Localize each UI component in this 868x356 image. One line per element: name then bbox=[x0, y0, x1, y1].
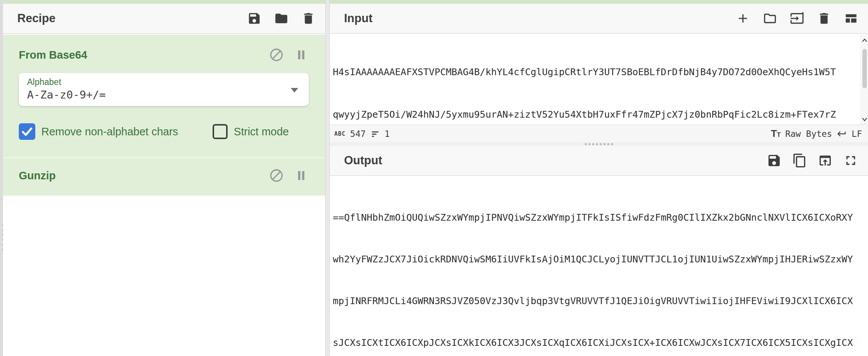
input-output-splitter[interactable] bbox=[330, 142, 868, 146]
strict-mode-checkbox[interactable] bbox=[213, 124, 228, 139]
scroll-up-icon[interactable] bbox=[861, 37, 868, 44]
line-count: 1 bbox=[385, 129, 390, 139]
output-title: Output bbox=[344, 154, 767, 167]
scrollbar-thumb[interactable] bbox=[862, 49, 867, 88]
text-encoding-icon[interactable]: TT bbox=[771, 128, 780, 139]
open-file-input-icon[interactable] bbox=[790, 11, 804, 26]
output-line: sJCXsICXtICX6ICXpJCXsICXkICX6ICX3JCXsICX… bbox=[333, 336, 868, 350]
disable-operation-icon[interactable] bbox=[269, 168, 284, 183]
breakpoint-pause-icon[interactable] bbox=[294, 47, 309, 62]
open-folder-icon[interactable] bbox=[763, 11, 777, 26]
output-header: Output bbox=[330, 146, 868, 176]
alphabet-dropdown[interactable]: Alphabet A-Za-z0-9+/= bbox=[19, 73, 309, 106]
pane-layout-icon[interactable] bbox=[844, 11, 858, 26]
recipe-header: Recipe bbox=[3, 4, 325, 34]
strict-mode-label: Strict mode bbox=[234, 126, 289, 138]
line-count-icon bbox=[370, 129, 380, 139]
input-title: Input bbox=[344, 12, 736, 25]
recipe-io-splitter[interactable] bbox=[325, 0, 330, 356]
operation-title: From Base64 bbox=[19, 49, 269, 61]
recipe-pane: Recipe From Base64 Alphabet A-Za-z0-9+/= bbox=[3, 4, 325, 356]
input-header: Input bbox=[330, 4, 868, 34]
eol-selector[interactable]: LF bbox=[851, 129, 862, 139]
remove-non-alphabet-label: Remove non-alphabet chars bbox=[41, 126, 178, 138]
disable-operation-icon[interactable] bbox=[269, 47, 284, 62]
chevron-down-icon bbox=[291, 88, 298, 92]
input-line: H4sIAAAAAAAEAFXSTVPCMBAG4B/khYL4cfCglUgi… bbox=[333, 65, 860, 79]
add-input-tab-icon[interactable] bbox=[736, 11, 750, 26]
recipe-title: Recipe bbox=[17, 12, 247, 25]
maximise-output-icon[interactable] bbox=[843, 153, 858, 168]
recipe-operation-list: From Base64 Alphabet A-Za-z0-9+/= Remove… bbox=[3, 35, 325, 356]
check-icon bbox=[20, 125, 34, 138]
line-ending-return-icon[interactable] bbox=[836, 129, 847, 139]
clear-io-trash-icon[interactable] bbox=[817, 11, 831, 26]
output-line: wh2YyFWZzJCX7JiOickRDNVQiwSM6IiUVFkIsAjO… bbox=[333, 252, 868, 266]
input-line: qwyyjZpeT5Oi/W24hNJ/5yxmu95urAN+ziztV52Y… bbox=[333, 108, 860, 122]
breakpoint-pause-icon[interactable] bbox=[294, 168, 309, 183]
encoding-selector[interactable]: Raw Bytes bbox=[785, 129, 832, 139]
load-recipe-folder-icon[interactable] bbox=[274, 11, 288, 26]
copy-output-icon[interactable] bbox=[792, 153, 807, 168]
char-count: 547 bbox=[350, 129, 366, 139]
output-textarea[interactable]: ==QflNHbhZmOiQUQiwSZzxWYmpjIPNVQiwSZzxWY… bbox=[330, 177, 868, 356]
input-status-bar: ABC 547 1 TT Raw Bytes LF bbox=[330, 125, 868, 142]
clear-recipe-trash-icon[interactable] bbox=[301, 11, 315, 26]
operation-from-base64[interactable]: From Base64 Alphabet A-Za-z0-9+/= Remove… bbox=[3, 35, 325, 158]
io-pane: Input H4sIAAAAAAAEAFXSTVPCMBAG4B/khYL4cf… bbox=[330, 4, 868, 356]
save-output-icon[interactable] bbox=[767, 153, 782, 168]
input-textarea[interactable]: H4sIAAAAAAAEAFXSTVPCMBAG4B/khYL4cfCglUgi… bbox=[330, 35, 860, 125]
remove-non-alphabet-checkbox[interactable] bbox=[19, 123, 35, 140]
output-line: ==QflNHbhZmOiQUQiwSZzxWYmpjIPNVQiwSZzxWY… bbox=[333, 211, 868, 224]
char-count-icon: ABC bbox=[334, 130, 346, 137]
replace-input-open-icon[interactable] bbox=[818, 153, 833, 168]
operations-pane-splitter[interactable] bbox=[0, 0, 3, 356]
alphabet-label: Alphabet bbox=[27, 77, 301, 87]
operation-title: Gunzip bbox=[19, 170, 269, 182]
output-line: mpjINRFRMJCLi4GWRN3RSJVZ050VzJ3Qvljbqp3V… bbox=[333, 294, 868, 308]
alphabet-value: A-Za-z0-9+/= bbox=[27, 88, 301, 101]
input-scrollbar[interactable] bbox=[860, 35, 868, 125]
save-recipe-icon[interactable] bbox=[247, 11, 261, 26]
operation-gunzip[interactable]: Gunzip bbox=[3, 158, 325, 196]
scroll-down-icon[interactable] bbox=[861, 115, 868, 123]
